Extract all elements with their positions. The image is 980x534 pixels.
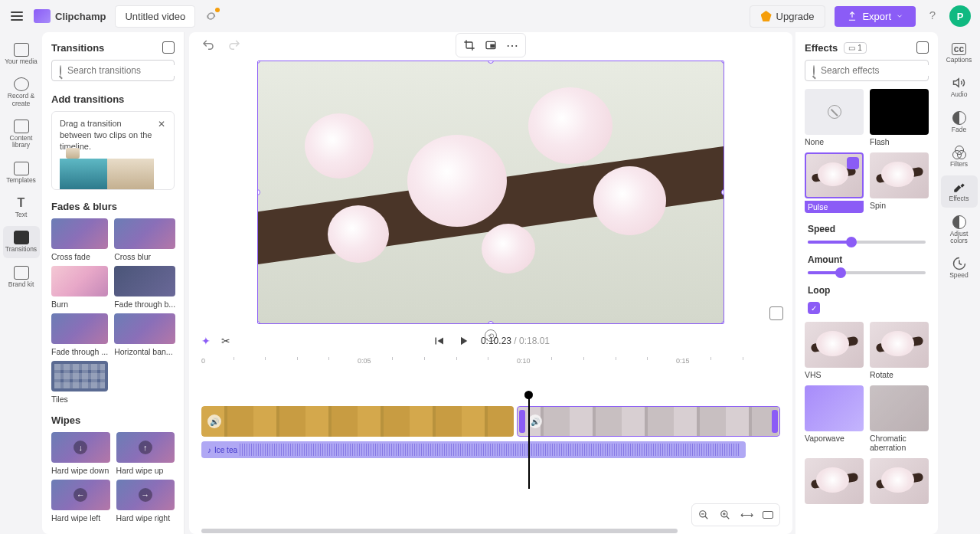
popout-button[interactable]	[162, 41, 175, 54]
effect-vhs[interactable]: VHS	[805, 322, 864, 379]
project-title[interactable]: Untitled video	[115, 5, 195, 28]
transition-fade-through[interactable]: Fade through ...	[51, 313, 108, 356]
clip-audio-icon[interactable]: 🔊	[207, 414, 221, 428]
loop-checkbox[interactable]: ✓	[808, 302, 820, 314]
effect-pulse[interactable]: Pulse	[805, 152, 864, 213]
effect-extra-1[interactable]	[805, 458, 864, 504]
app-logo[interactable]: Clipchamp	[34, 9, 106, 23]
video-preview[interactable]	[257, 61, 724, 324]
transition-cross-fade[interactable]: Cross fade	[51, 218, 108, 261]
resize-handle[interactable]	[721, 189, 724, 195]
rsb-fade[interactable]: Fade	[941, 106, 978, 138]
transitions-search[interactable]	[51, 60, 175, 81]
skip-start-button[interactable]	[432, 334, 446, 348]
wipes-title: Wipes	[42, 411, 184, 432]
clip-trim-right[interactable]	[772, 410, 778, 433]
timeline-ruler[interactable]: 0 0:05 0:10 0:15	[201, 357, 780, 371]
transition-burn[interactable]: Burn	[51, 266, 108, 309]
playhead[interactable]	[528, 395, 530, 489]
resize-handle[interactable]	[257, 189, 260, 195]
zoom-fit-button[interactable]: ⟷	[738, 507, 755, 523]
zoom-out-button[interactable]	[695, 507, 712, 523]
effect-flash[interactable]: Flash	[870, 89, 929, 146]
effect-none[interactable]: None	[805, 89, 864, 146]
add-transitions-title: Add transitions	[42, 90, 184, 111]
ai-sparkle-button[interactable]: ✦	[201, 335, 214, 347]
effect-settings-badge[interactable]	[847, 157, 859, 169]
resize-handle[interactable]	[257, 61, 260, 64]
resize-handle[interactable]	[488, 61, 494, 64]
rsb-captions[interactable]: ccCaptions	[941, 38, 978, 68]
timeline-view-button[interactable]	[760, 507, 776, 523]
split-button[interactable]: ✂	[221, 335, 234, 347]
effects-search-input[interactable]	[821, 65, 936, 76]
transition-tiles[interactable]: Tiles	[51, 361, 108, 404]
transition-hard-wipe-up[interactable]: ↑Hard wipe up	[116, 432, 175, 475]
sidebar-content-library[interactable]: Content library	[3, 115, 40, 154]
resize-handle[interactable]	[488, 321, 494, 324]
rsb-speed[interactable]: Speed	[941, 252, 978, 283]
sidebar-templates[interactable]: Templates	[3, 157, 40, 188]
export-button[interactable]: Export	[835, 6, 916, 27]
video-clip-1[interactable]: 🔊	[201, 406, 514, 437]
pip-button[interactable]	[481, 37, 501, 54]
sidebar-brand-kit[interactable]: Brand kit	[3, 261, 40, 293]
play-button[interactable]	[456, 334, 470, 348]
effects-search[interactable]	[805, 60, 929, 81]
sidebar-transitions[interactable]: Transitions	[3, 226, 40, 257]
crop-button[interactable]	[459, 37, 479, 54]
templates-icon	[14, 162, 29, 175]
clip-trim-left[interactable]	[519, 410, 525, 433]
effects-icon	[952, 180, 966, 194]
more-button[interactable]: ⋯	[502, 37, 522, 54]
effect-rotate[interactable]: Rotate	[870, 322, 929, 379]
clip-audio-icon[interactable]: 🔊	[528, 414, 542, 428]
help-button[interactable]: ?	[925, 8, 940, 24]
user-avatar[interactable]: P	[949, 5, 971, 27]
arrow-up-icon: ↑	[139, 441, 152, 454]
transition-hard-wipe-down[interactable]: ↓Hard wipe down	[51, 432, 110, 475]
loop-label: Loop	[808, 285, 926, 296]
timeline-scrollbar[interactable]	[201, 529, 678, 533]
zoom-in-button[interactable]	[717, 507, 733, 523]
sidebar-your-media[interactable]: Your media	[3, 38, 40, 70]
speed-slider[interactable]	[808, 241, 926, 244]
undo-button[interactable]	[201, 38, 215, 52]
effects-popout-button[interactable]	[916, 41, 929, 54]
effect-chromatic-aberration[interactable]: Chromatic aberration	[870, 385, 929, 452]
transition-hard-wipe-right[interactable]: →Hard wipe right	[116, 480, 175, 523]
sidebar-text[interactable]: TText	[3, 192, 40, 223]
record-icon	[14, 77, 29, 91]
audio-clip[interactable]: ♪ Ice tea	[201, 441, 746, 458]
transition-horizontal-band[interactable]: Horizontal ban...	[114, 313, 175, 356]
upgrade-button[interactable]: Upgrade	[750, 5, 826, 28]
effect-vaporwave[interactable]: Vaporwave	[805, 385, 864, 452]
hint-close-button[interactable]: ✕	[155, 118, 168, 130]
music-note-icon: ♪	[207, 446, 211, 454]
resize-handle[interactable]	[721, 321, 724, 324]
transitions-search-input[interactable]	[67, 65, 182, 76]
transition-fade-through-b[interactable]: Fade through b...	[114, 266, 175, 309]
transition-hard-wipe-left[interactable]: ←Hard wipe left	[51, 480, 110, 523]
sync-status-icon[interactable]	[204, 9, 218, 23]
rsb-audio[interactable]: Audio	[941, 71, 978, 103]
effect-extra-2[interactable]	[870, 458, 929, 504]
transition-cross-blur[interactable]: Cross blur	[114, 218, 175, 261]
search-icon	[60, 65, 61, 76]
resize-handle[interactable]	[721, 61, 724, 64]
effect-spin[interactable]: Spin	[870, 152, 929, 213]
fullscreen-button[interactable]	[769, 306, 783, 320]
redo-button[interactable]	[227, 38, 241, 52]
upgrade-label: Upgrade	[776, 11, 815, 22]
resize-handle[interactable]	[257, 321, 260, 324]
amount-slider[interactable]	[808, 271, 926, 274]
video-clip-2[interactable]: 🔊	[517, 406, 780, 437]
effects-count-badge: ▭1	[844, 42, 867, 54]
sidebar-record-create[interactable]: Record & create	[3, 73, 40, 112]
chevron-down-icon	[896, 12, 903, 20]
rsb-filters[interactable]: Filters	[941, 141, 978, 172]
hamburger-menu[interactable]	[9, 8, 24, 24]
fade-icon	[952, 111, 966, 125]
rsb-effects[interactable]: Effects	[941, 175, 978, 207]
rsb-adjust-colors[interactable]: Adjust colors	[941, 211, 978, 250]
